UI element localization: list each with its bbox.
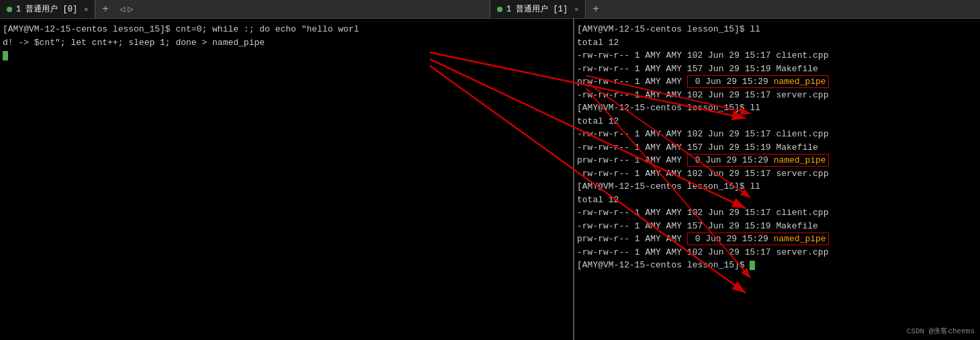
main-content: [AMY@VM-12-15-centos lesson_15]$ cnt=0; … bbox=[0, 19, 980, 340]
rt-line-1: [AMY@VM-12-15-centos lesson_15]$ ll bbox=[577, 23, 977, 36]
rt-line-18: -rw-rw-r-- 1 AMY AMY 102 Jun 29 15:17 se… bbox=[577, 246, 977, 259]
named-pipe-box-3: 0 Jun 29 15:29 named_pipe bbox=[687, 232, 829, 245]
rt-line-3: -rw-rw-r-- 1 AMY AMY 102 Jun 29 15:17 cl… bbox=[577, 49, 977, 62]
named-pipe-box-1: 0 Jun 29 15:29 named_pipe bbox=[687, 75, 829, 88]
cursor bbox=[3, 51, 8, 60]
rt-line-2: total 12 bbox=[577, 36, 977, 50]
terminal-right[interactable]: [AMY@VM-12-15-centos lesson_15]$ ll tota… bbox=[574, 19, 980, 340]
left-add-tab-button[interactable]: + bbox=[95, 0, 116, 18]
rt-line-10: -rw-rw-r-- 1 AMY AMY 157 Jun 29 15:19 Ma… bbox=[577, 141, 977, 155]
rt-line-15: -rw-rw-r-- 1 AMY AMY 102 Jun 29 15:17 cl… bbox=[577, 206, 977, 220]
left-tab-group: 1 普通用户 [0] ✕ + ◁ ▷ bbox=[0, 0, 490, 18]
named-pipe-text-2: named_pipe bbox=[774, 155, 826, 165]
rt-line-5-named-pipe: prw-rw-r-- 1 AMY AMY 0 Jun 29 15:29 name… bbox=[577, 75, 977, 89]
terminal-left-line-1: [AMY@VM-12-15-centos lesson_15]$ cnt=0; … bbox=[3, 23, 570, 36]
tab-dot bbox=[7, 7, 12, 12]
rt-line-12: -rw-rw-r-- 1 AMY AMY 102 Jun 29 15:17 se… bbox=[577, 167, 977, 181]
tab-right-0[interactable]: 1 普通用户 [1] ✕ bbox=[490, 0, 586, 18]
tab-right-label: 1 普通用户 [1] bbox=[506, 3, 568, 15]
right-add-tab-button[interactable]: + bbox=[586, 0, 606, 18]
rt-line-7: [AMY@VM-12-15-centos lesson_15]$ ll bbox=[577, 101, 977, 115]
named-pipe-box-2: 0 Jun 29 15:29 named_pipe bbox=[687, 154, 829, 167]
right-tab-group: 1 普通用户 [1] ✕ + bbox=[490, 0, 980, 18]
named-pipe-text-1: named_pipe bbox=[774, 77, 826, 87]
rt-line-14: total 12 bbox=[577, 194, 977, 207]
rt-line-6: -rw-rw-r-- 1 AMY AMY 102 Jun 29 15:17 se… bbox=[577, 89, 977, 102]
cursor-right bbox=[750, 261, 755, 270]
tab-nav-buttons: ◁ ▷ bbox=[116, 0, 138, 18]
rt-line-13: [AMY@VM-12-15-centos lesson_15]$ ll bbox=[577, 180, 977, 194]
tab-left-0[interactable]: 1 普通用户 [0] ✕ bbox=[0, 0, 95, 18]
tab-nav-right-icon[interactable]: ▷ bbox=[128, 3, 133, 15]
rt-line-8: total 12 bbox=[577, 115, 977, 128]
tab-dot-right bbox=[497, 7, 502, 12]
terminal-left[interactable]: [AMY@VM-12-15-centos lesson_15]$ cnt=0; … bbox=[0, 19, 574, 340]
tab-left-label: 1 普通用户 [0] bbox=[16, 3, 77, 15]
rt-line-4: -rw-rw-r-- 1 AMY AMY 157 Jun 29 15:19 Ma… bbox=[577, 62, 977, 76]
terminal-left-line-2: d! -> $cnt"; let cnt++; sleep 1; done > … bbox=[3, 36, 570, 50]
rt-line-17-named-pipe: prw-rw-r-- 1 AMY AMY 0 Jun 29 15:29 name… bbox=[577, 232, 977, 246]
tab-bar: 1 普通用户 [0] ✕ + ◁ ▷ 1 普通用户 [1] ✕ + bbox=[0, 0, 980, 19]
tab-left-close[interactable]: ✕ bbox=[84, 5, 88, 13]
terminal-left-cursor-line bbox=[3, 49, 570, 62]
rt-line-9: -rw-rw-r-- 1 AMY AMY 102 Jun 29 15:17 cl… bbox=[577, 128, 977, 141]
named-pipe-text-3: named_pipe bbox=[774, 234, 826, 244]
rt-line-16: -rw-rw-r-- 1 AMY AMY 157 Jun 29 15:19 Ma… bbox=[577, 220, 977, 233]
rt-line-11-named-pipe: prw-rw-r-- 1 AMY AMY 0 Jun 29 15:29 name… bbox=[577, 154, 977, 167]
tab-right-close[interactable]: ✕ bbox=[574, 5, 578, 13]
tab-nav-left-icon[interactable]: ◁ bbox=[120, 3, 125, 15]
rt-line-19: [AMY@VM-12-15-centos lesson_15]$ bbox=[577, 259, 977, 272]
csdn-watermark: CSDN @侠客cheems bbox=[907, 326, 975, 336]
